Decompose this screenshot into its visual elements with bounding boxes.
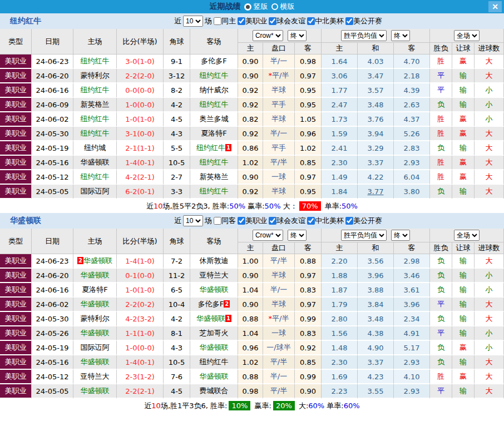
league-checkbox-usopen[interactable]: 美公开赛 bbox=[345, 16, 382, 26]
goals-cell: 小 bbox=[475, 98, 504, 112]
avg-home-cell: 1.56 bbox=[322, 326, 358, 341]
away-team-cell: 纽约红牛1 bbox=[190, 141, 238, 156]
team-label: 费城联合 bbox=[200, 387, 229, 395]
home-team-cell: 华盛顿联 bbox=[73, 384, 117, 399]
summary-segment: 50% bbox=[229, 202, 245, 210]
league-cell: 美职业 bbox=[0, 98, 32, 112]
view-option-vertical[interactable]: 竖版 bbox=[244, 2, 268, 12]
summary-segment: 大: bbox=[297, 401, 309, 411]
handicap-result-cell: 输 bbox=[452, 312, 475, 326]
bookmaker-select[interactable]: Crow* bbox=[253, 230, 283, 241]
corners-cell: 9-1 bbox=[164, 55, 190, 69]
date-cell: 24-05-12 bbox=[32, 170, 73, 185]
odds-away-cell: 0.95 bbox=[295, 185, 322, 199]
view-option-horizontal[interactable]: 横版 bbox=[271, 2, 295, 12]
league-checkbox-usopen[interactable]: 美公开赛 bbox=[345, 216, 382, 226]
avg-odds-header: 胜平负均值 终 bbox=[322, 29, 430, 43]
odds-away-cell: 0.83 bbox=[295, 326, 322, 341]
same-side-checkbox[interactable]: 同主 bbox=[214, 16, 236, 26]
corners-cell: 11-2 bbox=[164, 269, 190, 283]
corners-cell: 8-2 bbox=[164, 83, 190, 98]
result-cell: 胜 bbox=[430, 127, 452, 141]
handicap-result-cell: 输 bbox=[452, 98, 475, 112]
handicap-result-cell: 输 bbox=[452, 326, 475, 341]
col-date: 日期 bbox=[32, 229, 73, 254]
league-checkbox-friendly[interactable]: 球会友谊 bbox=[269, 216, 305, 226]
bookmaker-select[interactable]: Crow* bbox=[253, 30, 283, 41]
sub-col-result: 胜负 bbox=[430, 242, 452, 254]
avg-away-cell: 3.61 bbox=[394, 283, 430, 298]
handicap-result-cell: 输 bbox=[452, 355, 475, 370]
match-count-select[interactable]: 10 bbox=[183, 215, 203, 226]
sub-col-home-odds: 主 bbox=[238, 242, 263, 254]
handicap-cell: 半球 bbox=[263, 269, 295, 283]
team-name: 纽约红牛 bbox=[10, 16, 174, 26]
team-label: 纽约红牛 bbox=[200, 158, 229, 166]
team-label: 纽约红牛 bbox=[81, 129, 110, 137]
handicap-cell: 一球 bbox=[263, 326, 295, 341]
sub-col-goals: 进球数 bbox=[475, 242, 504, 254]
sub-col-home-odds: 主 bbox=[238, 43, 263, 55]
avg-odds-select[interactable]: 胜平负均值 bbox=[341, 30, 387, 41]
avg-away-cell: 6.04 bbox=[394, 170, 430, 185]
table-row: 美职业24-05-12亚特兰大2-3(1-2)7-6华盛顿联0.88半/一0.9… bbox=[0, 370, 504, 384]
league-checkbox-concacaf[interactable]: 中北美杯 bbox=[307, 216, 344, 226]
handicap-cell: 半/一 bbox=[263, 127, 295, 141]
league-checkbox-mls[interactable]: 美职业 bbox=[238, 216, 267, 226]
page-title: 近期战绩 bbox=[210, 2, 241, 12]
avg-home-cell: 1.87 bbox=[322, 283, 358, 298]
filter-bar: 华盛顿联 近 10 场 同客 美职业 球会友谊 中北美杯 美公开赛 bbox=[0, 213, 504, 229]
avg-draw-cell: 4.03 bbox=[358, 55, 394, 69]
league-checkbox-friendly[interactable]: 球会友谊 bbox=[269, 16, 305, 26]
avg-stage-select[interactable]: 终 bbox=[391, 30, 410, 41]
summary-segment: 大： bbox=[281, 201, 298, 211]
team-label: 华盛顿联 bbox=[200, 372, 229, 380]
odds-away-cell: 0.97 bbox=[295, 298, 322, 312]
radio-selected-icon[interactable] bbox=[244, 3, 251, 11]
league-checkbox-concacaf[interactable]: 中北美杯 bbox=[307, 16, 344, 26]
col-score: 比分(半场) bbox=[117, 29, 164, 55]
avg-away-cell: 2.93 bbox=[394, 355, 430, 370]
summary-segment: 60% bbox=[308, 402, 324, 410]
sub-col-away-odds: 客 bbox=[295, 242, 322, 254]
match-count-select[interactable]: 10 bbox=[183, 16, 203, 27]
summary-segment: 10 bbox=[154, 202, 163, 210]
score-cell: 2-3(1-2) bbox=[117, 370, 164, 384]
col-date: 日期 bbox=[32, 29, 73, 55]
league-cell: 美职业 bbox=[0, 254, 32, 269]
result-cell: 胜 bbox=[430, 370, 452, 384]
summary-segment: 70% bbox=[299, 201, 321, 211]
team-label: 亚特兰大 bbox=[81, 372, 110, 380]
league-cell: 美职业 bbox=[0, 326, 32, 341]
sub-col-handicap-result: 让球 bbox=[452, 43, 475, 55]
team-label: 华盛顿联 bbox=[200, 343, 229, 351]
red-card-badge: 2 bbox=[77, 257, 83, 264]
team-label: 亚特兰大 bbox=[200, 271, 229, 279]
league-checkbox-mls[interactable]: 美职业 bbox=[238, 16, 267, 26]
table-row: 美职业24-05-16华盛顿联1-4(0-1)10-5纽约红牛1.02平/半0.… bbox=[0, 156, 504, 170]
handicap-result-cell: 输 bbox=[452, 69, 475, 83]
odds-stage-select[interactable]: 终 bbox=[288, 30, 307, 41]
corners-cell: 10-5 bbox=[164, 355, 190, 370]
odds-stage-select[interactable]: 终 bbox=[288, 230, 307, 241]
result-cell: 负 bbox=[430, 341, 452, 355]
col-home: 主场 bbox=[73, 29, 117, 55]
handicap-result-cell: 赢 bbox=[452, 112, 475, 127]
close-button[interactable]: ✕ bbox=[488, 1, 502, 12]
league-cell: 美职业 bbox=[0, 384, 32, 399]
avg-stage-select[interactable]: 终 bbox=[391, 230, 410, 241]
sub-col-avg-away: 客 bbox=[394, 242, 430, 254]
avg-draw-cell: 3.48 bbox=[358, 98, 394, 112]
team-label: 纽约城 bbox=[84, 143, 106, 152]
results-table: 类型 日期 主场 比分(半场) 角球 客场 Crow* 终 胜平负均值 终 全场 bbox=[0, 29, 504, 199]
avg-odds-select[interactable]: 胜平负均值 bbox=[341, 230, 387, 241]
games-label: 场 bbox=[205, 216, 212, 226]
same-side-checkbox[interactable]: 同客 bbox=[214, 216, 236, 226]
date-cell: 24-05-05 bbox=[32, 384, 73, 399]
summary-bar: 近10场,胜1平3负6, 胜率:10% 赢率:20% 大:60% 单率:60% bbox=[0, 399, 504, 413]
radio-unselected-icon[interactable] bbox=[271, 3, 278, 10]
team-label: 蒙特利尔 bbox=[81, 71, 110, 80]
period-select[interactable]: 全场 bbox=[454, 230, 480, 241]
period-select[interactable]: 全场 bbox=[454, 30, 480, 41]
odds-home-cell: 1.04 bbox=[238, 326, 263, 341]
